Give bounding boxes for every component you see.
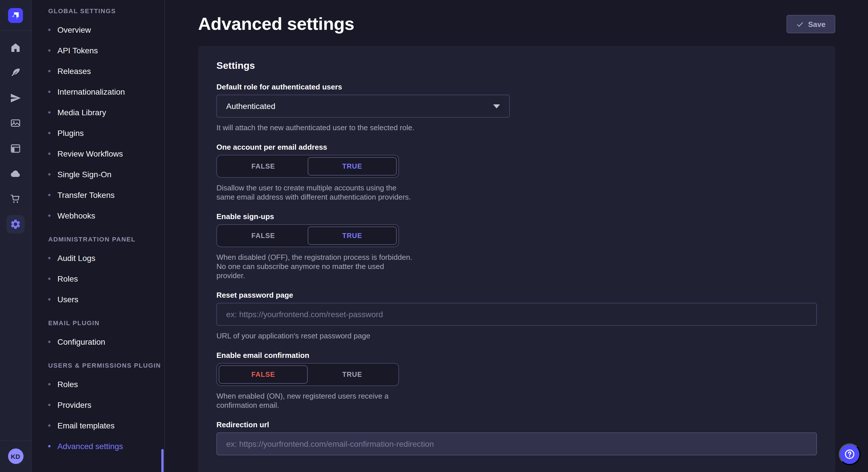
media-library-icon — [10, 117, 21, 129]
rail-icon-stack — [6, 31, 25, 240]
field-label: One account per email address — [216, 143, 817, 152]
subnav-item-api-tokens[interactable]: API Tokens — [32, 40, 164, 61]
rail-item-cloud[interactable] — [6, 165, 25, 183]
subnav-item-roles[interactable]: Roles — [32, 268, 164, 289]
check-icon — [796, 20, 803, 28]
toggle-enable-email-confirmation: FALSETRUE — [216, 363, 399, 386]
subnav-item-plugins[interactable]: Plugins — [32, 123, 164, 143]
toggle-option-false-selected[interactable]: FALSE — [219, 365, 308, 384]
bullet-icon — [48, 404, 51, 406]
toggle-option-false[interactable]: FALSE — [219, 157, 308, 175]
bullet-icon — [48, 278, 51, 280]
rail-item-deploy[interactable] — [6, 89, 25, 107]
bullet-icon — [48, 111, 51, 113]
field-default-role-for-authenticated-users: Default role for authenticated usersAuth… — [216, 82, 817, 133]
toggle-option-true[interactable]: TRUE — [308, 365, 397, 384]
chevron-down-icon — [493, 104, 500, 108]
subnav-item-transfer-tokens[interactable]: Transfer Tokens — [32, 185, 164, 205]
subnav-item-email-templates[interactable]: Email templates — [32, 415, 164, 436]
bullet-icon — [48, 29, 51, 31]
subnav-item-label: Plugins — [57, 129, 84, 138]
rail-item-media-library[interactable] — [6, 114, 25, 133]
rail-item-home[interactable] — [6, 38, 25, 57]
subnav-item-internationalization[interactable]: Internationalization — [32, 81, 164, 102]
cloud-icon — [10, 168, 21, 179]
input-redirection-url[interactable] — [216, 432, 817, 456]
bullet-icon — [48, 194, 51, 196]
subnav-item-label: Roles — [57, 380, 78, 389]
bullet-icon — [48, 173, 51, 175]
subnav-item-label: Audit Logs — [57, 254, 95, 263]
subnav-scrollbar-thumb[interactable] — [161, 449, 164, 472]
bullet-icon — [48, 91, 51, 93]
field-reset-password-page: Reset password pageURL of your applicati… — [216, 291, 817, 341]
subnav-item-webhooks[interactable]: Webhooks — [32, 205, 164, 226]
bullet-icon — [48, 70, 51, 72]
rail-item-settings[interactable] — [6, 215, 25, 233]
subnav-item-label: Transfer Tokens — [57, 191, 115, 200]
subnav-item-label: Overview — [57, 25, 91, 34]
rail-divider — [0, 440, 31, 441]
question-mark-icon — [843, 448, 856, 461]
subnav-item-label: API Tokens — [57, 46, 98, 55]
field-label: Reset password page — [216, 291, 817, 300]
avatar[interactable]: KD — [8, 448, 23, 464]
field-label: Default role for authenticated users — [216, 82, 817, 92]
subnav-item-configuration[interactable]: Configuration — [32, 332, 164, 352]
subnav-section-label: ADMINISTRATION PANEL — [32, 226, 164, 248]
subnav-item-roles[interactable]: Roles — [32, 374, 164, 395]
app-window: KD GLOBAL SETTINGSOverviewAPI TokensRele… — [0, 0, 868, 472]
select-value: Authenticated — [226, 102, 275, 111]
input-reset-password-page[interactable] — [216, 303, 817, 326]
field-hint: When enabled (ON), new registered users … — [216, 392, 414, 410]
select-default-role-for-authenticated-users[interactable]: Authenticated — [216, 95, 510, 117]
bullet-icon — [48, 214, 51, 217]
subnav-item-single-sign-on[interactable]: Single Sign-On — [32, 164, 164, 185]
settings-icon — [10, 218, 21, 230]
field-hint: When disabled (OFF), the registration pr… — [216, 253, 414, 280]
save-button-label: Save — [808, 20, 826, 28]
subnav-item-users[interactable]: Users — [32, 289, 164, 310]
toggle-option-true-selected[interactable]: TRUE — [308, 227, 397, 245]
settings-panel: Settings Default role for authenticated … — [198, 46, 835, 472]
bullet-icon — [48, 153, 51, 155]
content-manager-icon — [10, 143, 21, 154]
subnav-section-label: EMAIL PLUGIN — [32, 310, 164, 332]
subnav-item-label: Releases — [57, 67, 91, 76]
field-label: Enable email confirmation — [216, 351, 817, 360]
subnav-section-administration-panel: ADMINISTRATION PANELAudit LogsRolesUsers — [32, 226, 164, 310]
subnav-item-overview[interactable]: Overview — [32, 20, 164, 40]
main-content: Advanced settings Save Settings Default … — [165, 0, 868, 472]
save-button[interactable]: Save — [786, 15, 835, 33]
page-header: Advanced settings Save — [198, 11, 835, 37]
subnav-item-audit-logs[interactable]: Audit Logs — [32, 248, 164, 268]
bullet-icon — [48, 257, 51, 259]
subnav-item-review-workflows[interactable]: Review Workflows — [32, 143, 164, 164]
rail-item-content-type-builder[interactable] — [6, 64, 25, 82]
toggle-enable-sign-ups: FALSETRUE — [216, 224, 399, 247]
subnav-item-media-library[interactable]: Media Library — [32, 102, 164, 123]
strapi-logo-mark — [10, 10, 21, 21]
deploy-icon — [10, 92, 21, 104]
field-label: Enable sign-ups — [216, 212, 817, 222]
rail-item-marketplace[interactable] — [6, 190, 25, 208]
field-hint: URL of your application's reset password… — [216, 332, 817, 341]
subnav-item-providers[interactable]: Providers — [32, 395, 164, 415]
rail-bottom: KD — [0, 440, 31, 472]
subnav-item-label: Users — [57, 295, 79, 304]
subnav-item-advanced-settings[interactable]: Advanced settings — [32, 436, 164, 457]
subnav-section-global-settings: GLOBAL SETTINGSOverviewAPI TokensRelease… — [32, 7, 164, 226]
page-title: Advanced settings — [198, 14, 354, 34]
strapi-logo[interactable] — [8, 8, 23, 23]
panel-title: Settings — [216, 60, 817, 72]
rail-item-content-manager[interactable] — [6, 139, 25, 158]
bullet-icon — [48, 445, 51, 447]
toggle-option-false[interactable]: FALSE — [219, 227, 308, 245]
main-nav-rail: KD — [0, 0, 32, 472]
toggle-option-true-selected[interactable]: TRUE — [308, 157, 397, 175]
subnav-item-releases[interactable]: Releases — [32, 61, 164, 81]
field-hint: It will attach the new authenticated use… — [216, 123, 817, 133]
bullet-icon — [48, 383, 51, 385]
help-button[interactable] — [839, 443, 861, 465]
subnav-item-label: Internationalization — [57, 87, 125, 96]
